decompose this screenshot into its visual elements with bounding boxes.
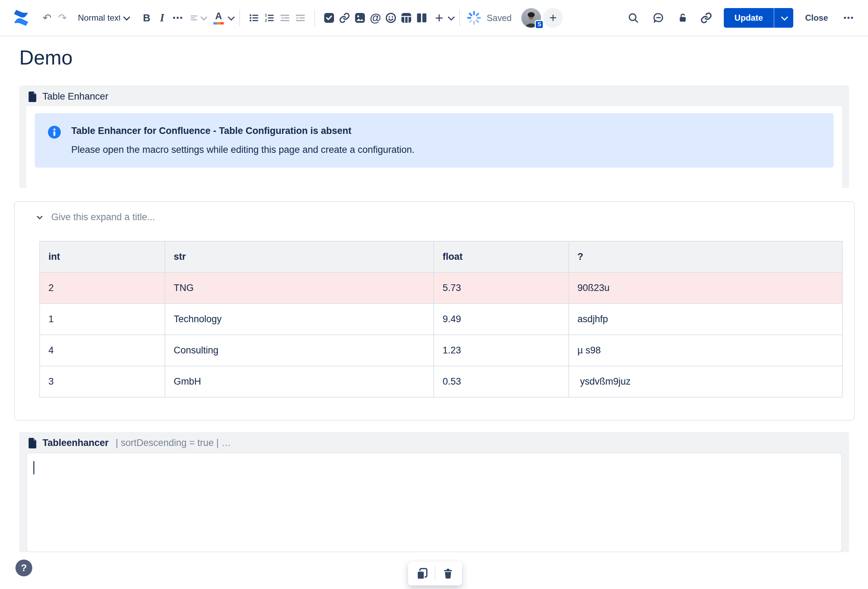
text-color-dropdown[interactable]: A	[213, 12, 233, 25]
confluence-editor: ↶ ↷ Normal text B I ⋯ A 12	[0, 0, 868, 589]
tableenhancer-macro[interactable]: Tableenhancer | sortDescending = true | …	[19, 432, 849, 552]
macro-header: Table Enhancer	[19, 85, 849, 106]
table-row: 1Technology9.49asdjhfp	[40, 303, 842, 335]
indent-button[interactable]	[292, 10, 308, 26]
help-button[interactable]: ?	[15, 560, 32, 576]
layouts-button[interactable]	[414, 10, 430, 26]
table-header-cell[interactable]: int	[40, 241, 165, 272]
table-header-cell[interactable]: ?	[569, 241, 842, 272]
undo-button[interactable]: ↶	[39, 10, 55, 26]
macro-header: Tableenhancer | sortDescending = true | …	[19, 432, 849, 453]
autosave-spinner-icon	[466, 10, 482, 26]
info-panel-title: Table Enhancer for Confluence - Table Co…	[71, 124, 415, 137]
more-options-button[interactable]: ⋯	[841, 10, 856, 26]
table-cell[interactable]: 0.53	[434, 366, 568, 397]
table-header-row: int str float ?	[40, 241, 842, 272]
update-dropdown-button[interactable]	[774, 8, 793, 28]
toolbar-divider	[314, 9, 315, 26]
text-style-label: Normal text	[78, 13, 120, 23]
table-cell[interactable]: 4	[40, 335, 165, 366]
copy-link-button[interactable]	[698, 10, 714, 26]
numbered-list-button[interactable]: 12	[262, 10, 277, 26]
chevron-down-icon[interactable]	[35, 213, 44, 222]
data-table-body: 2TNG5.7390ß23u1Technology9.49asdjhfp4Con…	[40, 272, 842, 397]
close-button[interactable]: Close	[805, 13, 828, 23]
expand-title-input[interactable]: Give this expand a title...	[51, 212, 155, 222]
bullet-list-button[interactable]	[246, 10, 262, 26]
confluence-logo-icon	[12, 9, 30, 27]
info-panel-body: Please open the macro settings while edi…	[71, 143, 415, 156]
info-icon	[47, 125, 61, 141]
unlock-icon[interactable]	[675, 10, 690, 26]
macro-editor-area[interactable]	[26, 453, 842, 552]
svg-text:1: 1	[265, 13, 267, 17]
copy-button[interactable]	[415, 567, 429, 580]
chevron-down-icon	[200, 14, 207, 21]
table-cell[interactable]: ysdvßm9juz	[569, 366, 842, 397]
plus-icon: +	[435, 11, 443, 25]
macro-parameters: | sortDescending = true | …	[116, 437, 231, 448]
data-table: int str float ? 2TNG5.7390ß23u1Technolog…	[39, 241, 843, 398]
update-split-button: Update	[724, 8, 793, 28]
table-cell[interactable]: Consulting	[165, 335, 434, 366]
link-button[interactable]	[337, 10, 352, 26]
italic-button[interactable]: I	[154, 10, 170, 26]
emoji-button[interactable]	[383, 10, 399, 26]
table-cell[interactable]: 1.23	[434, 335, 568, 366]
avatar-status-badge: S	[535, 20, 544, 29]
update-button[interactable]: Update	[724, 8, 773, 28]
more-formatting-button[interactable]: ⋯	[170, 10, 185, 26]
table-cell[interactable]: GmbH	[165, 366, 434, 397]
table-cell[interactable]: 9.49	[434, 303, 568, 335]
svg-text:2: 2	[265, 19, 267, 22]
expand-header[interactable]: Give this expand a title...	[25, 212, 843, 222]
table-cell[interactable]: asdjhfp	[569, 303, 842, 335]
inline-comment-button[interactable]	[651, 10, 666, 26]
bold-button[interactable]: B	[139, 10, 154, 26]
toolbar-divider	[239, 9, 240, 26]
table-row: 2TNG5.7390ß23u	[40, 272, 842, 303]
toolbar-divider	[459, 9, 460, 26]
table-cell[interactable]: 5.73	[434, 272, 568, 303]
saved-status: Saved	[487, 13, 512, 23]
table-cell[interactable]: 1	[40, 303, 165, 335]
insert-dropdown[interactable]: +	[435, 11, 453, 25]
table-cell[interactable]: 2	[40, 272, 165, 303]
node-floating-toolbar	[408, 562, 462, 586]
table-cell[interactable]: µ s98	[569, 335, 842, 366]
macro-body: Table Enhancer for Confluence - Table Co…	[26, 106, 842, 188]
chevron-down-icon	[123, 14, 130, 21]
text-color-icon: A	[213, 12, 224, 25]
table-row: 3GmbH0.53 ysdvßm9juz	[40, 366, 842, 397]
invite-button[interactable]: +	[543, 8, 563, 28]
outdent-button[interactable]	[277, 10, 292, 26]
alignment-dropdown[interactable]	[190, 10, 205, 26]
table-enhancer-macro[interactable]: Table Enhancer Table Enhancer for Conflu…	[19, 85, 849, 188]
search-button[interactable]	[626, 10, 641, 26]
table-button[interactable]	[399, 10, 414, 26]
mention-button[interactable]: @	[368, 10, 383, 26]
toolbar-divider	[435, 566, 435, 581]
chevron-down-icon	[448, 14, 455, 21]
redo-button[interactable]: ↷	[55, 10, 70, 26]
table-header-cell[interactable]: float	[434, 241, 568, 272]
image-button[interactable]	[352, 10, 368, 26]
expand-block[interactable]: Give this expand a title... int str floa…	[14, 201, 855, 421]
table-cell[interactable]: TNG	[165, 272, 434, 303]
macro-title: Table Enhancer	[43, 91, 108, 102]
task-list-button[interactable]	[321, 10, 337, 26]
table-cell[interactable]: 90ß23u	[569, 272, 842, 303]
chevron-down-icon	[781, 14, 788, 21]
page-title[interactable]: Demo	[19, 46, 868, 69]
text-caret	[33, 461, 34, 474]
table-row: 4Consulting1.23µ s98	[40, 335, 842, 366]
macro-title: Tableenhancer	[43, 437, 109, 448]
delete-button[interactable]	[441, 567, 455, 580]
macro-doc-icon	[28, 438, 38, 448]
table-cell[interactable]: Technology	[165, 303, 434, 335]
table-cell[interactable]: 3	[40, 366, 165, 397]
text-style-dropdown[interactable]: Normal text	[78, 13, 128, 23]
editor-toolbar: ↶ ↷ Normal text B I ⋯ A 12	[0, 0, 868, 37]
table-header-cell[interactable]: str	[165, 241, 434, 272]
collaborator-avatar[interactable]: S	[521, 8, 541, 28]
